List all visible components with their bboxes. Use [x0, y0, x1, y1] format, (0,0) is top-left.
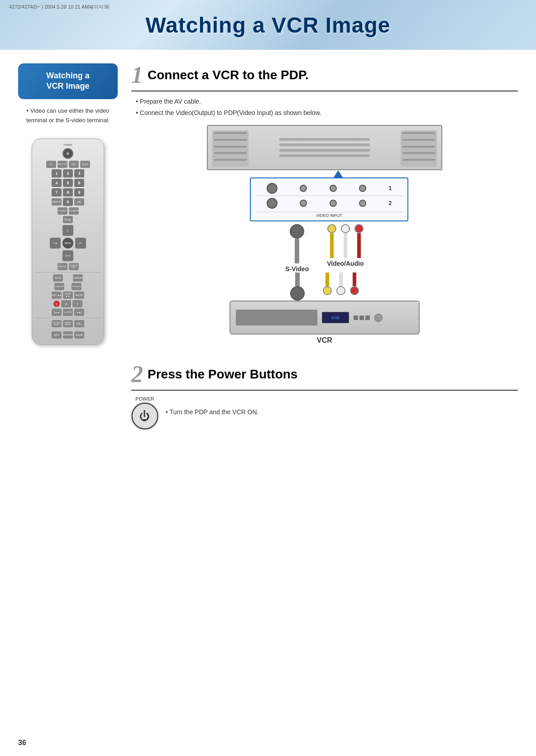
rca-bottom-white [336, 273, 345, 295]
remote-next-btn[interactable]: ►►| [74, 309, 84, 316]
svideo-wire [295, 239, 299, 263]
remote-pause-btn[interactable]: PAUSE [74, 292, 84, 299]
connection-diagram: 1 2 VIDEO INPUT [131, 125, 518, 345]
vcr-btn-3 [365, 316, 370, 320]
remote-sleep-btn[interactable]: SLEEP [74, 331, 84, 339]
svideo-input-2 [267, 198, 278, 209]
remote-screen-size-btn[interactable]: SCREEN SIZE [69, 263, 79, 270]
remote-multimedia-btn[interactable]: MULTIMEDIA [69, 207, 79, 215]
remote-btn-6[interactable]: 6 [74, 179, 84, 187]
remote-tv-btn[interactable]: TV [46, 161, 56, 168]
remote-open-close-btn[interactable]: ▲ OPEN [63, 309, 73, 316]
remote-tv-video-btn[interactable]: TV/VIDEO [57, 207, 67, 215]
power-button-large[interactable] [131, 402, 158, 430]
remote-prev-ch-btn[interactable]: PREV CH [57, 263, 67, 270]
remote-dvd-btn[interactable]: VIDEO DVD [57, 161, 67, 168]
remote-vol-down-btn[interactable]: V◄ [50, 238, 61, 249]
remote-tv-multimedia-row: TV/VIDEO MULTIMEDIA [36, 207, 100, 215]
remote-stop-btn[interactable]: STOP ►► [63, 292, 73, 299]
remote-rec-stop-pause-row: REC ◄◄ STOP ►► PAUSE [36, 292, 100, 299]
remote-fr-ff-row: F.R/SLOW F.F/SLOW [36, 283, 100, 290]
rca-bottom-white-wire [339, 273, 343, 286]
remote-catv-btn[interactable]: CATV [80, 161, 90, 168]
remote-btn-2[interactable]: 2 [63, 169, 73, 177]
watching-badge: Watching a VCR Image [18, 63, 118, 99]
remote-picture-mode-btn[interactable]: PICTURE MODE [52, 320, 62, 327]
rca-bottom-yellow-wire [325, 273, 329, 286]
rca-connectors [327, 224, 364, 258]
remote-stop-sq-btn[interactable]: ■ [61, 300, 71, 307]
rca-bottom-red-wire [353, 273, 356, 286]
rca-red [354, 224, 364, 258]
remote-pause-sq-btn[interactable]: ⏸ [72, 300, 82, 307]
remote-ff-slow-btn[interactable]: F.F/SLOW [72, 283, 81, 290]
remote-btn-8[interactable]: 8 [63, 188, 73, 196]
row-number-2: 2 [389, 200, 392, 206]
step2-content: POWER Turn the PDP and the VCR ON. [131, 396, 518, 430]
cables-section: S-Video [285, 224, 364, 273]
rca-yellow-wire [330, 233, 334, 258]
vcr-btn-2 [359, 316, 364, 320]
svideo-input-1 [267, 183, 278, 194]
connector-1c [359, 185, 366, 192]
remote-btn-4[interactable]: 4 [52, 179, 62, 187]
rca-bottom-yellow-head [323, 286, 332, 295]
remote-btn-1[interactable]: 1 [52, 169, 62, 177]
rca-bottom-yellow [323, 273, 332, 295]
remote-btn-3[interactable]: 3 [74, 169, 84, 177]
remote-mute-btn[interactable]: MUTE [53, 274, 63, 282]
remote-btn-5[interactable]: 5 [63, 179, 73, 187]
remote-menu-btn[interactable]: MENU [62, 238, 73, 249]
remote-dpad: Z- CH▼ V◄ Z+ MENU [50, 225, 86, 261]
remote-fr-slow-btn[interactable]: F.R/SLOW [54, 283, 64, 290]
video-input-label: VIDEO INPUT [255, 212, 403, 218]
rca-white-head [341, 224, 350, 233]
remote-rec-btn[interactable]: REC ◄◄ [52, 292, 62, 299]
remote-sound-mode-btn[interactable]: SOUND MODE [63, 320, 73, 327]
rca-bottom-red [350, 273, 359, 295]
remote-num-row-3: 7 8 9 [36, 188, 100, 196]
remote-ch-up-btn[interactable]: CH▲ [63, 216, 73, 223]
remote-sat-btn[interactable]: SAT [69, 161, 79, 168]
remote-zoom-minus-btn[interactable]: Z- [62, 225, 73, 236]
remote-prev-btn[interactable]: |◄◄ [52, 309, 62, 316]
remote-rec-dot-btn[interactable]: ● [53, 301, 60, 307]
svideo-connector-bottom [290, 286, 305, 301]
step2-number: 2 [131, 363, 143, 386]
remote-still-btn[interactable]: STILL [74, 320, 84, 327]
rca-bottom-white-head [336, 286, 345, 295]
remote-btn-7[interactable]: 7 [52, 188, 62, 196]
pdp-speaker-right [401, 130, 437, 167]
rca-yellow [327, 224, 336, 258]
remote-ch-down-btn[interactable]: CH▼ [62, 250, 73, 261]
connector-1a [300, 185, 307, 192]
input-row-2: 2 [255, 196, 403, 211]
power-btn-group: POWER [131, 396, 158, 430]
remote-mute-caption-row: MUTE CAPTION [36, 274, 100, 282]
svideo-bottom-group [290, 273, 305, 301]
remote-divider-1 [36, 272, 100, 273]
remote-picture-sound-still-row: PICTURE MODE SOUND MODE STILL [36, 320, 100, 327]
remote-100-btn[interactable]: 100 [74, 198, 84, 206]
arrow-indicator [334, 170, 343, 177]
remote-btn-9[interactable]: 9 [74, 188, 84, 196]
vcr-label: VCR [317, 336, 332, 345]
remote-add-erase-btn[interactable]: ADD/ERASE [63, 331, 73, 339]
remote-power-button[interactable]: ⏻ [62, 148, 73, 159]
remote-ch-up-row: CH▲ [36, 216, 100, 223]
remote-power-btn-row: ⏻ [36, 148, 100, 159]
step1-bullet-2: Connect the Video(Output) to PDP(Video I… [136, 108, 518, 118]
svideo-label: S-Video [285, 265, 309, 273]
vcr-tape-slot [236, 310, 317, 325]
remote-mts-btn[interactable]: MTS [52, 331, 62, 339]
remote-zoom-plus-btn[interactable]: Z+ [75, 238, 86, 249]
remote-num-row-2: 4 5 6 [36, 179, 100, 187]
step1-title: Connect a VCR to the PDP. [148, 63, 309, 82]
row-number-1: 1 [389, 185, 392, 191]
remote-btn-0[interactable]: 0 [63, 198, 73, 206]
step2-section: 2 Press the Power Buttons POWER Turn the… [131, 363, 518, 430]
remote-display-btn[interactable]: DISPLAY [52, 198, 62, 206]
input-row-1: 1 [255, 181, 403, 196]
remote-caption-btn[interactable]: CAPTION [73, 274, 83, 282]
remote-display-row: DISPLAY 0 100 [36, 198, 100, 206]
